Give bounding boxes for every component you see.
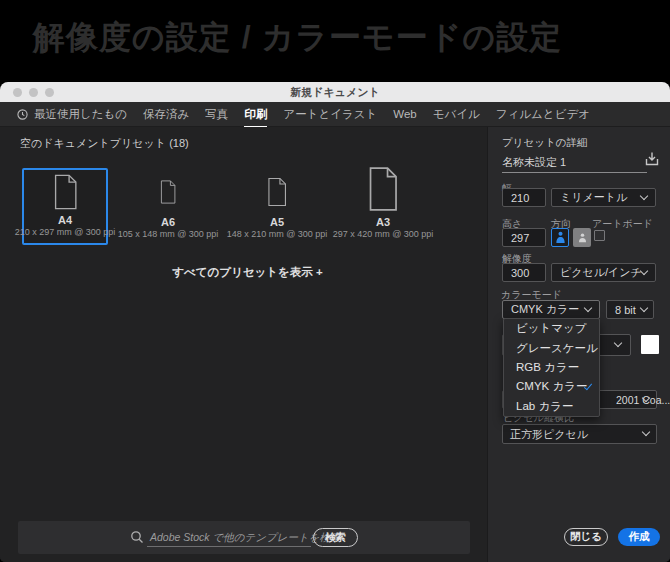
- create-button[interactable]: 作成: [618, 528, 660, 546]
- bit-depth-value: 8 bit: [615, 304, 636, 316]
- stock-search-button[interactable]: 検索: [313, 528, 358, 547]
- stock-search-input[interactable]: Adobe Stock で他のテンプレートを検索: [147, 527, 311, 547]
- color-mode-dropdown[interactable]: CMYK カラー: [502, 300, 600, 319]
- window-title: 新規ドキュメント: [0, 85, 670, 100]
- preset-a4[interactable]: A4 210 x 297 mm @ 300 ppi: [22, 168, 108, 245]
- new-document-dialog: 新規ドキュメント 最近使用したもの 保存済み 写真 印刷 アートとイラスト We…: [0, 82, 670, 562]
- save-preset-icon[interactable]: [643, 150, 661, 168]
- tab-photo[interactable]: 写真: [205, 107, 228, 122]
- document-page-icon: [125, 168, 211, 216]
- menu-item-label: ビットマップ: [516, 321, 587, 336]
- tab-art-illustration[interactable]: アートとイラスト: [283, 107, 377, 122]
- preset-a3[interactable]: A3 297 x 420 mm @ 300 ppi: [340, 168, 426, 245]
- document-name-field[interactable]: 名称未設定 1: [502, 155, 566, 170]
- resolution-unit-value: ピクセル/インチ: [560, 265, 642, 280]
- canvas-color-swatch[interactable]: [641, 335, 659, 354]
- menu-item-rgb[interactable]: RGB カラー: [504, 358, 599, 377]
- width-unit-value: ミリメートル: [560, 190, 627, 205]
- pixel-aspect-value: 正方形ピクセル: [510, 427, 588, 442]
- menu-item-grayscale[interactable]: グレースケール: [504, 338, 599, 357]
- preset-details-panel: プリセットの詳細 名称未設定 1 幅 ミリメートル 高さ 方向: [487, 127, 670, 562]
- tab-recent-label: 最近使用したもの: [34, 107, 127, 122]
- screenshot-root: 解像度の設定 / カラーモードの設定 新規ドキュメント 最近使用したもの 保存済…: [0, 0, 670, 562]
- preset-name: A6: [161, 216, 175, 228]
- document-page-icon: [24, 170, 106, 214]
- chevron-down-icon: [584, 303, 592, 311]
- document-name-underline: [502, 172, 647, 173]
- height-input[interactable]: [502, 228, 546, 247]
- search-icon: [130, 530, 144, 544]
- traffic-lights: [13, 88, 54, 97]
- menu-item-label: CMYK カラー: [516, 379, 587, 394]
- menu-item-lab[interactable]: Lab カラー: [504, 397, 599, 416]
- resolution-input[interactable]: [502, 263, 546, 282]
- portrait-person-icon: [555, 231, 566, 244]
- menu-item-label: RGB カラー: [516, 360, 579, 375]
- color-mode-menu: ビットマップ グレースケール RGB カラー CMYK カラー Lab カラー: [503, 318, 600, 417]
- tab-print[interactable]: 印刷: [244, 107, 267, 122]
- panel-title: プリセットの詳細: [502, 136, 587, 150]
- clock-icon: [17, 109, 28, 120]
- document-page-icon: [340, 162, 426, 216]
- width-unit-dropdown[interactable]: ミリメートル: [551, 188, 656, 207]
- orientation-portrait-button[interactable]: [551, 228, 569, 247]
- preset-dims: 210 x 297 mm @ 300 ppi: [15, 227, 116, 238]
- chevron-down-icon: [640, 303, 648, 311]
- artboard-checkbox[interactable]: [594, 230, 605, 241]
- preset-a6[interactable]: A6 105 x 148 mm @ 300 ppi: [125, 168, 211, 245]
- document-page-icon: [234, 168, 320, 216]
- menu-item-label: Lab カラー: [516, 399, 573, 414]
- tab-recent[interactable]: 最近使用したもの: [17, 107, 127, 122]
- artboard-label: アートボード: [592, 217, 653, 231]
- width-input[interactable]: [502, 188, 546, 207]
- close-button[interactable]: 閉じる: [564, 528, 608, 546]
- window-titlebar: 新規ドキュメント: [0, 82, 670, 102]
- orientation-landscape-button[interactable]: [573, 228, 591, 247]
- presets-section-title: 空のドキュメントプリセット (18): [20, 136, 189, 151]
- tab-web[interactable]: Web: [393, 108, 416, 120]
- pixel-aspect-dropdown[interactable]: 正方形ピクセル: [502, 424, 657, 444]
- minimize-window-button[interactable]: [29, 88, 38, 97]
- bit-depth-dropdown[interactable]: 8 bit: [606, 300, 654, 319]
- preset-dims: 105 x 148 mm @ 300 ppi: [118, 229, 219, 240]
- zoom-window-button[interactable]: [45, 88, 54, 97]
- tab-saved[interactable]: 保存済み: [143, 107, 189, 122]
- preset-name: A5: [270, 216, 284, 228]
- tab-mobile[interactable]: モバイル: [433, 107, 480, 122]
- resolution-unit-dropdown[interactable]: ピクセル/インチ: [551, 263, 656, 282]
- stock-search-placeholder: Adobe Stock で他のテンプレートを検索: [147, 527, 311, 547]
- preset-name: A3: [376, 216, 390, 228]
- landscape-person-icon: [577, 232, 588, 243]
- chevron-down-icon: [642, 428, 650, 436]
- preset-dims: 148 x 210 mm @ 300 ppi: [227, 229, 328, 240]
- chevron-down-icon: [640, 191, 648, 199]
- close-window-button[interactable]: [13, 88, 22, 97]
- show-all-presets-link[interactable]: すべてのプリセットを表示 +: [20, 265, 475, 280]
- page-title: 解像度の設定 / カラーモードの設定: [33, 16, 653, 60]
- category-tabbar: 最近使用したもの 保存済み 写真 印刷 アートとイラスト Web モバイル フィ…: [0, 102, 670, 127]
- preset-a5[interactable]: A5 148 x 210 mm @ 300 ppi: [234, 168, 320, 245]
- menu-item-cmyk[interactable]: CMYK カラー: [504, 377, 599, 396]
- tab-film-video[interactable]: フィルムとビデオ: [496, 107, 590, 122]
- preset-dims: 297 x 420 mm @ 300 ppi: [333, 229, 434, 240]
- adobe-stock-search-bar: Adobe Stock で他のテンプレートを検索 検索: [18, 521, 470, 554]
- menu-item-bitmap[interactable]: ビットマップ: [504, 319, 599, 338]
- menu-item-label: グレースケール: [516, 341, 598, 356]
- presets-area: 空のドキュメントプリセット (18) A4 210 x 297 mm @ 300…: [0, 127, 487, 562]
- color-mode-value: CMYK カラー: [511, 302, 579, 317]
- chevron-down-icon: [614, 339, 622, 347]
- preset-name: A4: [58, 214, 72, 226]
